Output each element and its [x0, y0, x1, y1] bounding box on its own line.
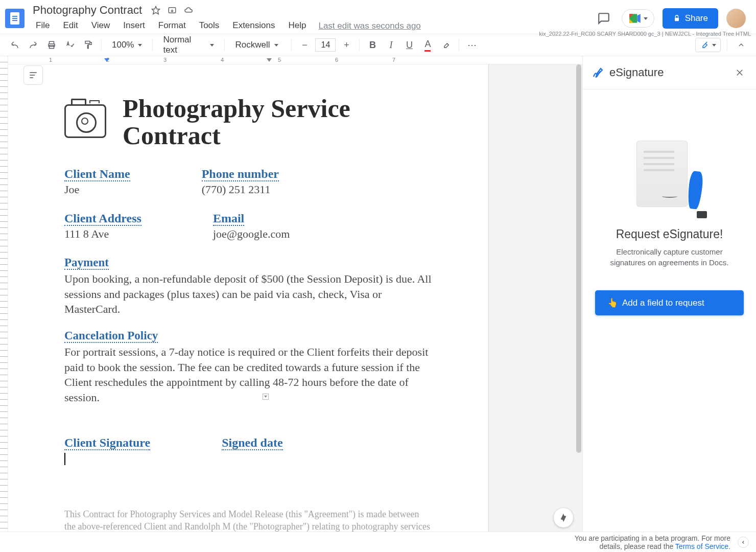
email-value: joe@google.com: [213, 227, 290, 241]
address-value: 111 8 Ave: [64, 227, 141, 241]
menu-extensions[interactable]: Extensions: [227, 18, 280, 34]
print-button[interactable]: [44, 37, 59, 53]
menu-file[interactable]: File: [31, 18, 55, 34]
sidepanel-description: Electronically capture customer signatur…: [595, 246, 744, 268]
cancellation-text: For portrait sessions, a 7-day notice is…: [64, 344, 432, 405]
signature-label: Client Signature: [64, 436, 150, 450]
menu-tools[interactable]: Tools: [194, 18, 225, 34]
cursor-hand-icon: 👆: [607, 297, 618, 308]
last-edit-link[interactable]: Last edit was seconds ago: [318, 21, 420, 31]
debug-build-label: kix_2022.22-Fri_RC00 SCARY SHARD000 gc_3…: [539, 31, 751, 37]
toolbar: 100% Normal text Rockwell − + B I U A ⋯: [0, 34, 756, 56]
redo-button[interactable]: [26, 37, 41, 53]
share-button[interactable]: Share: [663, 8, 718, 29]
sidepanel-heading: Request eSignature!: [595, 227, 744, 241]
cloud-status-icon[interactable]: [184, 6, 193, 15]
svg-marker-0: [152, 7, 160, 14]
tos-link[interactable]: Terms of Service: [675, 542, 728, 550]
move-icon[interactable]: [168, 6, 177, 15]
docs-logo-icon[interactable]: [5, 9, 25, 28]
esignature-sidepanel: eSignature Request eSignature! Electroni…: [582, 56, 756, 532]
esignature-icon: [592, 66, 604, 79]
payment-label: Payment: [64, 256, 109, 270]
svg-rect-7: [675, 18, 679, 21]
outline-toggle-button[interactable]: [23, 65, 43, 85]
close-sidepanel-button[interactable]: [733, 65, 747, 80]
client-name-label: Client Name: [64, 167, 130, 181]
svg-marker-4: [637, 14, 641, 22]
menu-bar: File Edit View Insert Format Tools Exten…: [31, 18, 594, 34]
signed-date-label: Signed date: [222, 436, 282, 450]
document-page[interactable]: Photography Service Contract Client Name…: [8, 64, 488, 532]
vertical-scrollbar[interactable]: [576, 64, 581, 453]
paragraph-style-dropdown[interactable]: Normal text: [158, 37, 219, 53]
document-title[interactable]: Photography Contract: [31, 3, 144, 17]
payment-text: Upon booking, a non-refundable deposit o…: [64, 271, 432, 317]
indent-marker-left[interactable]: [104, 58, 109, 62]
more-tools-button[interactable]: ⋯: [464, 37, 480, 53]
editing-mode-dropdown[interactable]: [695, 38, 721, 52]
menu-edit[interactable]: Edit: [58, 18, 83, 34]
cancellation-label: Cancelation Policy: [64, 329, 158, 343]
svg-rect-10: [85, 41, 90, 44]
spellcheck-button[interactable]: [62, 37, 78, 53]
paint-format-button[interactable]: [81, 37, 96, 53]
collapse-notice-button[interactable]: [738, 537, 749, 548]
field-chip-dropdown[interactable]: [263, 394, 269, 400]
contract-footer-text: This Contract for Photography Services a…: [64, 508, 432, 532]
explore-button[interactable]: [554, 508, 573, 527]
chevron-down-icon: [644, 17, 648, 20]
address-label: Client Address: [64, 212, 141, 226]
phone-label: Phone number: [202, 167, 279, 181]
beta-notice-bar: You are participating in a beta program.…: [0, 532, 756, 552]
indent-marker-right[interactable]: [267, 58, 272, 62]
menu-insert[interactable]: Insert: [118, 18, 150, 34]
account-avatar[interactable]: [726, 9, 746, 28]
menu-format[interactable]: Format: [153, 18, 191, 34]
menu-help[interactable]: Help: [283, 18, 311, 34]
bold-button[interactable]: B: [365, 37, 380, 53]
email-label: Email: [213, 212, 244, 226]
client-name-value: Joe: [64, 183, 130, 196]
add-field-button[interactable]: 👆 Add a field to request: [595, 290, 744, 315]
collapse-toolbar-button[interactable]: [734, 37, 749, 53]
underline-button[interactable]: U: [401, 37, 417, 53]
undo-button[interactable]: [7, 37, 22, 53]
add-field-label: Add a field to request: [622, 298, 704, 308]
font-family-dropdown[interactable]: Rockwell: [230, 37, 286, 53]
beta-text-line2: details, please read the: [599, 542, 675, 550]
vertical-ruler[interactable]: [0, 56, 8, 532]
phone-value: (770) 251 2311: [202, 183, 279, 196]
camera-illustration-icon: [64, 104, 106, 138]
text-color-button[interactable]: A: [420, 37, 435, 53]
star-icon[interactable]: [151, 6, 160, 15]
italic-button[interactable]: I: [383, 37, 398, 53]
sidepanel-title: eSignature: [609, 66, 664, 79]
horizontal-ruler[interactable]: 1 2 3 4 5 6 7: [8, 56, 582, 64]
share-label: Share: [685, 13, 708, 24]
text-cursor: [64, 453, 65, 465]
comments-icon[interactable]: [594, 9, 613, 28]
beta-text-line1: You are participating in a beta program.…: [575, 534, 730, 542]
increase-font-button[interactable]: +: [339, 37, 354, 53]
document-heading: Photography Service Contract: [123, 95, 432, 149]
decrease-font-button[interactable]: −: [297, 37, 312, 53]
menu-view[interactable]: View: [86, 18, 115, 34]
zoom-dropdown[interactable]: 100%: [107, 37, 147, 53]
highlight-button[interactable]: [438, 37, 454, 53]
meet-button[interactable]: [622, 9, 654, 28]
font-size-input[interactable]: [315, 38, 336, 52]
esignature-illustration: [631, 141, 708, 217]
